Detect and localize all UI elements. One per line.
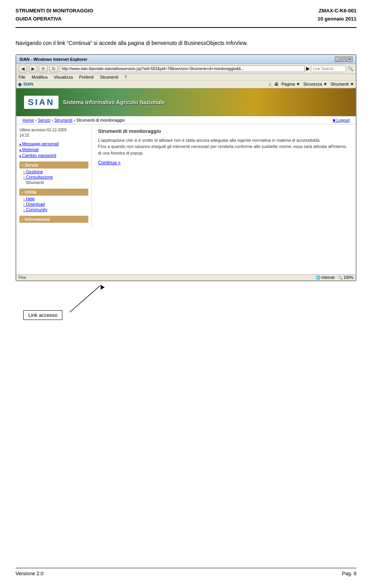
menu-preferiti[interactable]: Preferiti xyxy=(79,75,94,79)
sidebar-gestione[interactable]: Gestione xyxy=(19,169,88,174)
version-label: Versione 2.0 xyxy=(16,571,43,576)
browser-iebar: ◆ SIAN ⌂ 🖶 Pagina ▼ Sicurezza ▼ Strument… xyxy=(16,81,356,88)
page-number: Pag. 8 xyxy=(342,571,356,576)
sian-content-area: Strumenti di monitoraggio L'applicazione… xyxy=(92,124,356,227)
ie-logo: ◆ SIAN xyxy=(18,81,33,87)
sidebar-section-servizi: › Servizi Gestione Consultazione Strumen… xyxy=(19,162,88,185)
sidebar-messaggi[interactable]: Messaggi personali xyxy=(19,141,88,146)
breadcrumb-servizi[interactable]: Servizi xyxy=(38,118,50,122)
ie-right-tools: ⌂ 🖶 Pagina ▼ Sicurezza ▼ Strumenti ▼ xyxy=(269,82,354,86)
home-icon[interactable]: ⌂ xyxy=(269,82,271,86)
browser-title: SIAN - Windows Internet Explorer xyxy=(19,57,87,62)
sian-breadcrumb: Home › Servizi › Strumenti › Strumenti d… xyxy=(16,116,356,124)
browser-menubar: File Modifica Visualizza Preferiti Strum… xyxy=(16,74,356,81)
address-bar[interactable] xyxy=(60,65,305,72)
sidebar-download[interactable]: Download xyxy=(19,202,88,206)
internet-icon: 🌐 xyxy=(316,275,320,280)
intro-text: Navigando con il link “Continua” si acce… xyxy=(0,28,372,54)
window-buttons: _ □ ✕ xyxy=(335,57,353,62)
search-box[interactable] xyxy=(311,65,346,72)
annotation-area: Link accesso xyxy=(16,281,356,320)
arrow-icon-utilita: › xyxy=(22,190,23,194)
sidebar-utilita-header[interactable]: › Utilità xyxy=(19,189,88,196)
sidebar-informazioni-header[interactable]: › Informazioni xyxy=(19,216,88,223)
sidebar-informazioni-label: Informazioni xyxy=(25,217,50,222)
svg-line-0 xyxy=(70,285,101,312)
internet-label: Internet xyxy=(322,275,335,280)
sidebar-consultazione[interactable]: Consultazione xyxy=(19,175,88,179)
sidebar-help[interactable]: Help xyxy=(19,196,88,201)
statusbar-right: 🌐 Internet 🔍 100% xyxy=(316,275,353,280)
doc-header-left: STRUMENTI DI MONITORAGGIO GUIDA OPERATIV… xyxy=(16,7,93,23)
doc-header-right: ZMAX-C-K6-001 10 gennaio 2011 xyxy=(318,7,356,23)
doc-footer: Versione 2.0 Pag. 8 xyxy=(16,568,356,576)
browser-content: SIAN Sistema Informativo Agricolo Nazion… xyxy=(16,88,356,274)
print-icon[interactable]: 🖶 xyxy=(274,82,279,86)
sidebar-servizi-label: Servizi xyxy=(25,163,38,167)
sian-main: Ultimo accesso 02-12-2009 14:15 Messaggi… xyxy=(16,124,356,227)
browser-window: SIAN - Windows Internet Explorer _ □ ✕ ◀… xyxy=(16,54,356,281)
link-accesso-label: Link accesso xyxy=(23,310,62,320)
sidebar-strumenti-active: Strumenti xyxy=(19,180,88,185)
continua-link[interactable]: Continua » xyxy=(98,160,121,165)
tools-menu[interactable]: Strumenti ▼ xyxy=(331,82,354,86)
sidebar-section-informazioni: › Informazioni xyxy=(19,216,88,223)
stop-button[interactable]: ✕ xyxy=(39,65,48,72)
doc-title-line1: STRUMENTI DI MONITORAGGIO xyxy=(16,7,93,15)
sian-logo-box: SIAN xyxy=(24,96,59,109)
content-title: Strumenti di monitoraggio xyxy=(98,128,350,134)
sidebar-section-utilita: › Utilità Help Download Community xyxy=(19,189,88,212)
search-icon[interactable]: 🔍 xyxy=(348,66,353,71)
sidebar-cambio-password[interactable]: Cambio password xyxy=(19,153,88,158)
logout-link[interactable]: ■ Logout xyxy=(333,118,350,122)
svg-marker-1 xyxy=(99,284,105,290)
statusbar-status: Fine xyxy=(19,275,26,280)
go-button[interactable]: ▶ xyxy=(306,66,310,71)
sian-subtitle: Sistema Informativo Agricolo Nazionale xyxy=(63,99,165,105)
arrow-icon: › xyxy=(22,163,23,167)
security-menu[interactable]: Sicurezza ▼ xyxy=(303,82,327,86)
ie-label: SIAN xyxy=(23,82,33,86)
page-menu[interactable]: Pagina ▼ xyxy=(282,82,300,86)
doc-header: STRUMENTI DI MONITORAGGIO GUIDA OPERATIV… xyxy=(0,0,372,27)
sian-sidebar: Ultimo accesso 02-12-2009 14:15 Messaggi… xyxy=(16,124,92,227)
sidebar-last-access: Ultimo accesso 02-12-2009 14:15 xyxy=(19,127,88,138)
browser-toolbar: ◀ ▶ ✕ ↻ ▶ 🔍 xyxy=(16,64,356,74)
sian-logo-text: SIAN xyxy=(28,97,55,107)
breadcrumb-strumenti[interactable]: Strumenti xyxy=(54,118,72,122)
content-notice: L'applicazione che si è scelto di attiva… xyxy=(98,137,350,156)
menu-modifica[interactable]: Modifica xyxy=(32,75,48,79)
forward-button[interactable]: ▶ xyxy=(29,65,37,72)
arrow-icon-info: › xyxy=(22,217,23,222)
sidebar-webmail[interactable]: Webmail xyxy=(19,147,88,152)
breadcrumb-home[interactable]: Home xyxy=(22,118,34,122)
menu-file[interactable]: File xyxy=(19,75,26,79)
internet-badge: 🌐 Internet xyxy=(316,275,335,280)
sidebar-community[interactable]: Community xyxy=(19,207,88,212)
menu-help[interactable]: ? xyxy=(124,75,127,79)
sidebar-servizi-header[interactable]: › Servizi xyxy=(19,162,88,168)
menu-strumenti[interactable]: Strumenti xyxy=(100,75,118,79)
refresh-button[interactable]: ↻ xyxy=(49,65,58,72)
sidebar-utilita-label: Utilità xyxy=(25,190,37,194)
minimize-button[interactable]: _ xyxy=(335,57,340,62)
sian-logo-area: SIAN Sistema Informativo Agricolo Nazion… xyxy=(24,96,165,109)
doc-code: ZMAX-C-K6-001 xyxy=(318,7,356,15)
breadcrumb-text: Home › Servizi › Strumenti › Strumenti d… xyxy=(22,118,125,122)
menu-visualizza[interactable]: Visualizza xyxy=(54,75,73,79)
restore-button[interactable]: □ xyxy=(341,57,346,62)
close-button[interactable]: ✕ xyxy=(347,57,353,62)
sian-banner: SIAN Sistema Informativo Agricolo Nazion… xyxy=(16,88,356,116)
zoom-level: 🔍 100% xyxy=(338,275,353,280)
browser-statusbar: Fine 🌐 Internet 🔍 100% xyxy=(16,274,356,280)
doc-title-line2: GUIDA OPERATIVA xyxy=(16,15,93,23)
browser-titlebar: SIAN - Windows Internet Explorer _ □ ✕ xyxy=(16,55,356,64)
back-button[interactable]: ◀ xyxy=(19,65,27,72)
doc-date: 10 gennaio 2011 xyxy=(318,15,356,23)
